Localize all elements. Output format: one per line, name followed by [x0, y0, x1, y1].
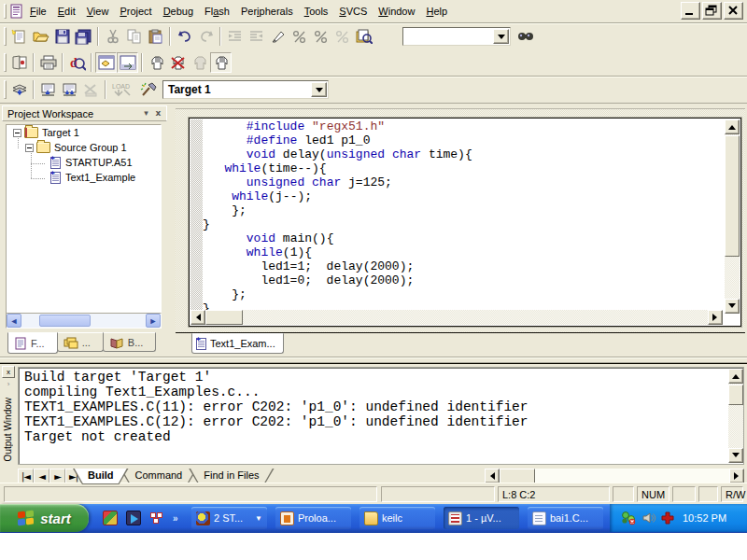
target-select[interactable]: Target 1: [162, 80, 329, 99]
copy-icon[interactable]: [123, 26, 145, 47]
next-bookmark-icon[interactable]: [289, 26, 310, 47]
menu-view[interactable]: View: [81, 3, 115, 20]
taskbar-task-2-st-[interactable]: 2 ST...▼: [191, 507, 267, 529]
output-vscrollbar[interactable]: [728, 369, 743, 463]
workspace-close-icon[interactable]: x: [152, 108, 164, 119]
taskbar-task-keilc[interactable]: keilc: [359, 507, 435, 529]
new-file-icon[interactable]: [8, 26, 30, 47]
menu-svcs[interactable]: SVCS: [333, 3, 373, 20]
menu-help[interactable]: Help: [420, 3, 453, 20]
find-icon[interactable]: [514, 26, 536, 47]
search-combobox-arrow[interactable]: [493, 29, 509, 44]
clear-bookmarks-icon[interactable]: [331, 26, 353, 47]
quick-launch-icon-3[interactable]: [149, 511, 164, 525]
tree-expand-icon[interactable]: [13, 129, 21, 137]
workspace-hscrollbar[interactable]: ◄ ►: [6, 313, 162, 329]
task-label: 1 - µV...: [466, 512, 501, 524]
prev-bookmark-icon[interactable]: [310, 26, 331, 47]
folder-icon: [36, 142, 50, 153]
output-nav-next-icon[interactable]: ►: [49, 469, 65, 483]
taskbar-task-proloa-[interactable]: Proloa...: [275, 507, 351, 529]
workspace-tab-books-tab[interactable]: B...: [103, 332, 157, 352]
menu-project[interactable]: Project: [114, 3, 157, 20]
workspace-tab-regs-tab[interactable]: ...: [57, 332, 104, 352]
kill-breakpoints-icon[interactable]: [167, 52, 189, 73]
menu-file[interactable]: File: [24, 3, 52, 20]
toggle-bookmark-icon[interactable]: [267, 26, 289, 47]
print-icon[interactable]: [37, 52, 59, 73]
target-folder-icon: [24, 127, 38, 138]
minimize-button[interactable]: [681, 2, 700, 20]
undo-icon[interactable]: [174, 26, 195, 47]
toolbar-grip[interactable]: [4, 27, 7, 46]
output-window-toggle-icon[interactable]: [117, 52, 138, 73]
output-pin-icon[interactable]: ›: [2, 378, 15, 390]
disable-breakpoints-icon[interactable]: [210, 52, 232, 73]
menubar-grip[interactable]: [4, 4, 7, 19]
workspace-menu-icon[interactable]: ▾: [140, 108, 152, 119]
output-hscrollbar[interactable]: [485, 469, 744, 483]
output-close-icon[interactable]: x: [2, 366, 15, 378]
taskbar-task-bai1-c-[interactable]: bai1.C...: [528, 507, 603, 529]
tree-expand-icon[interactable]: [25, 144, 34, 152]
status-message: [4, 486, 377, 502]
menu-edit[interactable]: Edit: [52, 3, 81, 20]
save-icon[interactable]: [51, 26, 73, 47]
search-files-icon[interactable]: d: [66, 52, 88, 73]
windows-logo-icon: [18, 511, 36, 526]
tree-item-target-1[interactable]: Target 1: [7, 125, 161, 140]
toolbar-grip[interactable]: [4, 53, 7, 72]
rebuild-all-icon[interactable]: [59, 79, 80, 100]
menu-tools[interactable]: Tools: [299, 3, 334, 20]
build-output-text[interactable]: Build target 'Target 1' compiling Text1_…: [18, 367, 744, 465]
build-target-icon[interactable]: [37, 79, 59, 100]
output-tab-build[interactable]: Build: [73, 469, 129, 484]
quick-launch-icon-1[interactable]: [103, 511, 118, 525]
system-menu-icon[interactable]: [9, 4, 24, 19]
save-all-icon[interactable]: [73, 26, 94, 47]
enable-breakpoint-icon[interactable]: [189, 52, 210, 73]
tree-item-text1-example[interactable]: Text1_Example: [7, 170, 161, 185]
toolbar-grip[interactable]: [4, 80, 7, 99]
project-window-toggle-icon[interactable]: [95, 52, 117, 73]
network-error-tray-icon[interactable]: [621, 511, 637, 525]
search-combobox[interactable]: [402, 27, 511, 46]
outdent-icon[interactable]: [246, 26, 267, 47]
stop-build-icon[interactable]: [80, 79, 102, 100]
editor-vscrollbar[interactable]: [725, 119, 740, 314]
menu-window[interactable]: Window: [373, 3, 420, 20]
paste-icon[interactable]: [145, 26, 166, 47]
close-button[interactable]: [724, 2, 743, 20]
find-in-files-icon[interactable]: [353, 26, 374, 47]
start-button[interactable]: start: [0, 504, 89, 532]
status-cell: [672, 486, 696, 502]
cut-icon[interactable]: [102, 26, 123, 47]
fullscreen-icon[interactable]: [8, 52, 30, 73]
target-select-arrow[interactable]: [311, 82, 327, 97]
editor-hscrollbar[interactable]: [190, 310, 723, 325]
menu-debug[interactable]: Debug: [158, 3, 199, 20]
taskbar-task-1-v-[interactable]: 1 - µV...: [444, 507, 519, 529]
editor-tab[interactable]: Text1_Exam...: [191, 333, 284, 354]
code-area[interactable]: #include "regx51.h" #define led1 p1_0 vo…: [203, 119, 472, 315]
quick-launch-more-icon[interactable]: »: [173, 513, 178, 524]
menu-peripherals[interactable]: Peripherals: [235, 3, 299, 20]
workspace-tab-files-tab[interactable]: F...: [7, 332, 58, 354]
restore-button[interactable]: [702, 2, 722, 20]
volume-tray-icon[interactable]: [641, 511, 656, 525]
translate-file-icon[interactable]: [8, 79, 30, 100]
health-tray-icon[interactable]: [661, 511, 674, 525]
redo-icon[interactable]: [195, 26, 217, 47]
target-options-icon[interactable]: [137, 79, 159, 100]
editor-gutter: [190, 119, 203, 325]
quick-launch-icon-2[interactable]: [126, 511, 141, 525]
output-nav-prev-icon[interactable]: ◄: [34, 469, 49, 483]
insert-breakpoint-icon[interactable]: [146, 52, 167, 73]
open-file-icon[interactable]: [30, 26, 51, 47]
tree-item-source-group-1[interactable]: Source Group 1: [7, 140, 161, 155]
output-nav-first-icon[interactable]: |◄: [18, 469, 34, 483]
menu-flash[interactable]: Flash: [199, 3, 235, 20]
indent-icon[interactable]: [224, 26, 246, 47]
load-flash-icon[interactable]: LOAD: [109, 79, 137, 100]
tree-item-startup-a51[interactable]: STARTUP.A51: [7, 155, 161, 170]
